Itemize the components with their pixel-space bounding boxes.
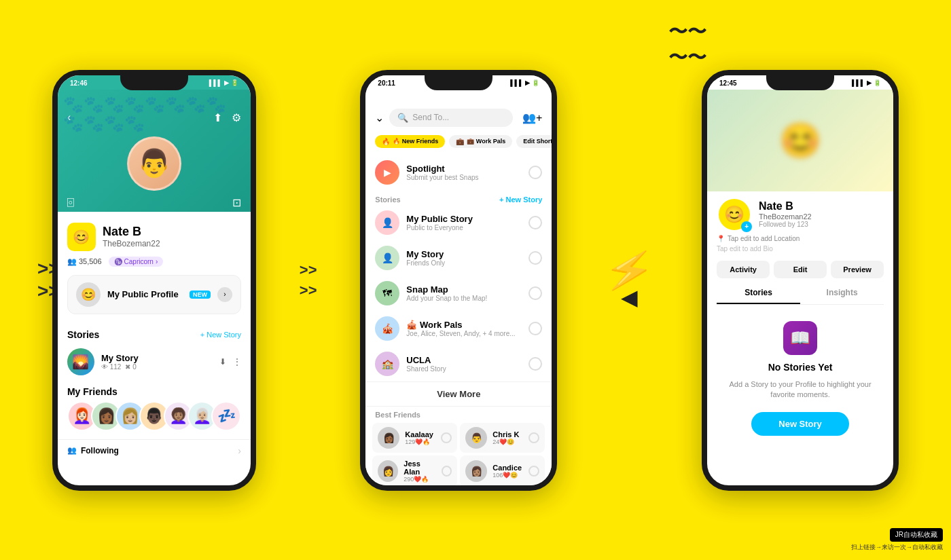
tabs-row: Stories Insights: [717, 282, 884, 305]
public-story-item[interactable]: 👤 My Public Story Public to Everyone: [365, 205, 552, 240]
user-name-left: Nate B: [103, 225, 160, 239]
chevron-down-icon[interactable]: ⌄: [375, 111, 384, 124]
right-header-img: 😊: [707, 90, 893, 191]
work-pals-check[interactable]: [528, 322, 542, 335]
public-story-check[interactable]: [528, 216, 542, 229]
new-story-button[interactable]: + New Story: [200, 331, 241, 339]
friends-section: My Friends 👩🏻‍🦰 👩🏾 👩🏼 👨🏿 👩🏽‍🦱 👩🏼‍🦳 💤: [58, 382, 251, 439]
new-story-mid[interactable]: + New Story: [499, 195, 542, 204]
snap-map-text: Snap Map Add your Snap to the Map!: [406, 284, 487, 302]
edit-shortcuts-label: Edit Shortcuts: [523, 138, 552, 145]
tab-insights[interactable]: Insights: [800, 282, 884, 304]
bf-check-1[interactable]: [528, 432, 539, 443]
stories-icon: 📖: [783, 321, 817, 355]
time-middle: 20:11: [378, 79, 395, 87]
my-story-text-mid: My Story Friends Only: [406, 249, 445, 267]
work-pals-item[interactable]: 🎪 🎪 Work Pals Joe, Alice, Steven, Andy, …: [365, 311, 552, 346]
phone-middle: 20:11 ▌▌▌ ▶ 🔋 ⌄ 🔍 Send To... 👥+ 🔥 🔥 New …: [360, 70, 557, 491]
bf-check-2[interactable]: [442, 466, 452, 477]
action-buttons: Activity Edit Preview: [717, 261, 884, 278]
right-followers: Followed by 123: [759, 221, 812, 228]
bio-row: Tap edit to add Bio: [717, 244, 884, 257]
public-profile-card[interactable]: 😊 My Public Profile NEW ›: [67, 275, 241, 314]
notch-right: [766, 75, 834, 90]
notch-middle: [425, 75, 492, 90]
share-icon[interactable]: ⊡: [232, 196, 241, 209]
my-story-item[interactable]: 🌄 My Story 👁 112 ✖ 0 ⬇ ⋮: [67, 346, 241, 378]
deco-top-right: 〜〜 〜〜: [668, 19, 706, 71]
plus-badge[interactable]: +: [741, 221, 752, 232]
watermark-tagline: 扫上链接→来访一次→自动私收藏: [851, 543, 943, 552]
spotlight-item[interactable]: ▶ Spotlight Submit your best Snaps: [365, 153, 552, 191]
category-tabs: 🔥 🔥 New Friends 💼 💼 Work Pals Edit Short…: [365, 132, 552, 153]
bitmoji-container: 👨: [58, 136, 251, 191]
new-story-big-button[interactable]: New Story: [751, 412, 849, 436]
ucla-item[interactable]: 🏫 UCLA Shared Story: [365, 346, 552, 381]
story-meta: My Story 👁 112 ✖ 0: [101, 353, 213, 371]
bf-item-1[interactable]: 👨 Chris K 24❤️😊: [460, 423, 545, 453]
camera-icon[interactable]: ⌻: [67, 196, 74, 209]
snap-map-item[interactable]: 🗺 Snap Map Add your Snap to the Map!: [365, 276, 552, 311]
profile-info: 😊 Nate B TheBozeman22 👥 35,506 ♑ Caprico…: [58, 212, 251, 325]
more-icon[interactable]: ⋮: [233, 357, 241, 367]
header-controls[interactable]: ‹ ⬆ ⚙: [58, 90, 251, 130]
tab-stories[interactable]: Stories: [717, 282, 800, 304]
ucla-check[interactable]: [528, 357, 542, 371]
phone-left: 12:46 ▌▌▌ ▶ 🔋 🐾🐾🐾🐾🐾🐾🐾🐾🐾🐾🐾🐾 ‹ ⬆ ⚙: [52, 70, 256, 491]
spotlight-sub: Submit your best Snaps: [406, 174, 478, 181]
friends-avatars: 👩🏻‍🦰 👩🏾 👩🏼 👨🏿 👩🏽‍🦱 👩🏼‍🦳 💤: [67, 401, 241, 431]
stories-title: Stories: [67, 329, 99, 340]
tab-edit-shortcuts[interactable]: Edit Shortcuts: [516, 135, 552, 148]
location-icon: 📍: [717, 235, 725, 242]
my-story-icon-mid: 👤: [375, 246, 399, 270]
tab-work-pals[interactable]: 💼 💼 Work Pals: [449, 135, 512, 148]
view-more-button[interactable]: View More: [365, 381, 552, 407]
public-profile-label: My Public Profile: [107, 289, 183, 299]
tab-new-friends[interactable]: 🔥 🔥 New Friends: [375, 135, 445, 148]
preview-button[interactable]: Preview: [831, 261, 884, 278]
header-bg: 🐾🐾🐾🐾🐾🐾🐾🐾🐾🐾🐾🐾 ‹ ⬆ ⚙ 👨 ⌻ ⊡: [58, 90, 251, 212]
back-icon[interactable]: ‹: [67, 111, 71, 124]
bitmoji-face: 👨: [127, 136, 181, 191]
my-story-item-mid[interactable]: 👤 My Story Friends Only: [365, 240, 552, 276]
bf-check-3[interactable]: [528, 466, 539, 477]
bf-item-2[interactable]: 👩 Jess Alan 290❤️🔥: [372, 455, 457, 487]
stories-section: Stories + New Story 🌄 My Story 👁 112 ✖ 0…: [58, 325, 251, 382]
following-row[interactable]: 👥 Following: [67, 446, 119, 455]
bf-check-0[interactable]: [441, 432, 452, 443]
bf-avatar-0: 👩🏾: [378, 427, 399, 449]
upload-icon[interactable]: ⬆: [213, 111, 222, 124]
following-label: Following: [81, 446, 119, 455]
right-user-row: 😊 + Nate B TheBozeman22 Followed by 123: [717, 191, 884, 232]
my-story-check[interactable]: [528, 251, 542, 265]
arrow-deco: ⚡ ◀: [604, 250, 655, 310]
right-user-info: Nate B TheBozeman22 Followed by 123: [759, 200, 812, 228]
snap-map-icon: 🗺: [375, 281, 399, 305]
phone-right: 12:45 ▌▌▌ ▶ 🔋 😊 😊 + Nate B TheB: [702, 70, 899, 491]
public-story-icon: 👤: [375, 210, 399, 235]
deco-right-arrows: >> >>: [300, 261, 317, 299]
bf-item-3[interactable]: 👩🏽 Candice 106❤️😊: [460, 455, 545, 487]
right-profile-section: 😊 + Nate B TheBozeman22 Followed by 123 …: [707, 191, 893, 455]
status-icons-left: ▌▌▌ ▶ 🔋: [209, 79, 238, 86]
public-story-text: My Public Story Public to Everyone: [406, 214, 473, 231]
activity-button[interactable]: Activity: [717, 261, 770, 278]
snap-map-check[interactable]: [528, 286, 542, 300]
friends-title: My Friends: [67, 386, 241, 397]
chevron-right-icon[interactable]: ›: [217, 287, 232, 302]
right-user-handle: TheBozeman22: [759, 212, 812, 221]
search-bar[interactable]: 🔍 Send To...: [389, 109, 513, 127]
edit-button[interactable]: Edit: [774, 261, 827, 278]
zodiac-badge[interactable]: ♑ Capricorn ›: [109, 257, 164, 267]
spotlight-check[interactable]: [528, 166, 542, 179]
bf-item-0[interactable]: 👩🏾 Kaalaay 129❤️🔥: [372, 423, 457, 453]
status-icons-middle: ▌▌▌ ▶ 🔋: [510, 79, 539, 86]
download-icon[interactable]: ⬇: [219, 357, 226, 367]
settings-icon[interactable]: ⚙: [232, 111, 241, 124]
following-chevron[interactable]: ›: [238, 445, 241, 456]
header-bottom-icons: ⌻ ⊡: [58, 193, 251, 212]
best-friends-grid: 👩🏾 Kaalaay 129❤️🔥 👨 Chris K 24❤️😊: [365, 420, 552, 489]
snap-avatar: 😊: [67, 223, 96, 251]
add-friend-icon[interactable]: 👥+: [522, 111, 542, 124]
no-stories-title: No Stories Yet: [768, 362, 833, 373]
